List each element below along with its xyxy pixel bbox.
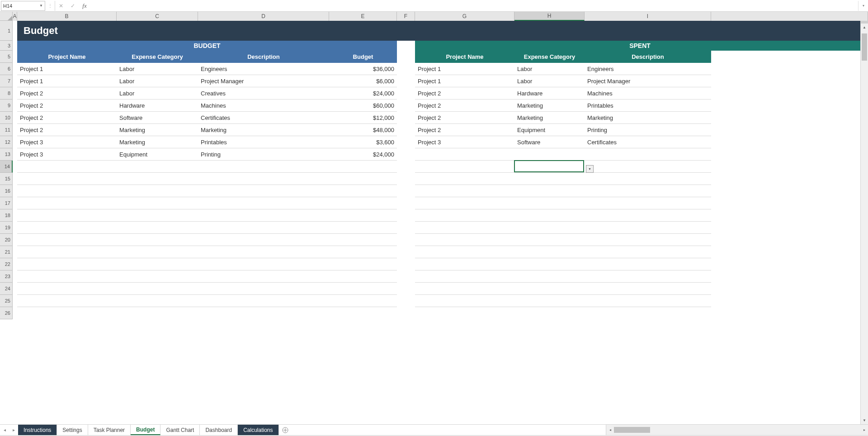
row-header-9[interactable]: 9	[0, 100, 13, 112]
spent-cell[interactable]	[585, 209, 711, 222]
budget-cell[interactable]	[198, 234, 329, 246]
budget-cell[interactable]: Marketing	[198, 124, 329, 136]
budget-cell[interactable]	[198, 209, 329, 222]
budget-cell[interactable]	[17, 234, 117, 246]
spent-cell[interactable]	[514, 209, 585, 222]
spent-th-0[interactable]: Project Name	[415, 51, 514, 63]
row-header-18[interactable]: 18	[0, 209, 13, 222]
row-header-20[interactable]: 20	[0, 234, 13, 246]
budget-cell[interactable]	[198, 258, 329, 270]
budget-cell[interactable]	[117, 173, 198, 185]
chevron-down-icon[interactable]: ▼	[39, 4, 43, 8]
budget-cell[interactable]: Labor	[117, 63, 198, 75]
spent-cell[interactable]: Certificates	[585, 136, 711, 148]
row-header-7[interactable]: 7	[0, 75, 13, 87]
spent-th-1[interactable]: Expense Category	[514, 51, 585, 63]
spent-cell[interactable]	[415, 270, 514, 283]
row-header-8[interactable]: 8	[0, 87, 13, 100]
budget-cell[interactable]: $24,000	[329, 87, 397, 100]
row-header-13[interactable]: 13	[0, 148, 13, 161]
cancel-icon[interactable]: ✕	[55, 1, 67, 11]
budget-cell[interactable]	[17, 270, 117, 283]
spent-cell[interactable]: Hardware	[514, 87, 585, 100]
spent-cell[interactable]	[415, 173, 514, 185]
vertical-scroll-thumb[interactable]	[862, 33, 867, 61]
spent-cell[interactable]: Project 3	[415, 136, 514, 148]
spent-cell[interactable]: Project 1	[415, 63, 514, 75]
spent-th-2[interactable]: Description	[585, 51, 711, 63]
budget-cell[interactable]	[117, 295, 198, 307]
scroll-right-icon[interactable]: ▸	[860, 426, 868, 434]
scroll-up-icon[interactable]: ▲	[861, 24, 868, 31]
budget-cell[interactable]	[329, 222, 397, 234]
budget-cell[interactable]	[198, 246, 329, 258]
row-header-24[interactable]: 24	[0, 283, 13, 295]
fx-icon[interactable]: fx	[79, 1, 90, 11]
budget-cell[interactable]	[17, 197, 117, 209]
budget-th-2[interactable]: Description	[198, 51, 329, 63]
budget-cell[interactable]: $6,000	[329, 75, 397, 87]
budget-cell[interactable]	[329, 185, 397, 197]
column-header-F[interactable]: F	[397, 12, 415, 21]
spent-cell[interactable]	[514, 234, 585, 246]
tab-prev-icon[interactable]: ◂	[0, 425, 9, 435]
spent-cell[interactable]	[514, 246, 585, 258]
cells-area[interactable]: BudgetBUDGETSPENTProject NameExpense Cat…	[13, 21, 868, 423]
budget-cell[interactable]	[17, 161, 117, 173]
spent-cell[interactable]	[514, 185, 585, 197]
budget-cell[interactable]: Creatives	[198, 87, 329, 100]
row-header-3[interactable]: 3	[0, 41, 13, 51]
budget-cell[interactable]	[198, 283, 329, 295]
spent-cell[interactable]	[514, 283, 585, 295]
row-header-11[interactable]: 11	[0, 124, 13, 136]
budget-cell[interactable]: Project 3	[17, 148, 117, 161]
spent-cell[interactable]	[514, 295, 585, 307]
budget-cell[interactable]: Project Manager	[198, 75, 329, 87]
budget-th-3[interactable]: Budget	[329, 51, 397, 63]
budget-cell[interactable]: Certificates	[198, 112, 329, 124]
vertical-scrollbar[interactable]: ▲ ▼	[860, 21, 868, 424]
budget-cell[interactable]: Engineers	[198, 63, 329, 75]
budget-cell[interactable]	[117, 246, 198, 258]
budget-cell[interactable]: Project 3	[17, 136, 117, 148]
budget-cell[interactable]	[329, 258, 397, 270]
spent-cell[interactable]	[514, 148, 585, 161]
budget-cell[interactable]	[117, 197, 198, 209]
formula-bar-splitter[interactable]: ⋮	[45, 1, 55, 11]
spent-cell[interactable]	[415, 148, 514, 161]
spent-cell[interactable]: Project 2	[415, 124, 514, 136]
spent-cell[interactable]: Software	[514, 136, 585, 148]
row-header-16[interactable]: 16	[0, 185, 13, 197]
spent-cell[interactable]	[514, 197, 585, 209]
row-header-12[interactable]: 12	[0, 136, 13, 148]
budget-cell[interactable]	[17, 209, 117, 222]
spent-cell[interactable]: Labor	[514, 75, 585, 87]
row-header-23[interactable]: 23	[0, 270, 13, 283]
budget-cell[interactable]	[198, 173, 329, 185]
spent-cell[interactable]	[415, 258, 514, 270]
budget-cell[interactable]	[117, 161, 198, 173]
budget-cell[interactable]	[329, 173, 397, 185]
budget-cell[interactable]: Hardware	[117, 100, 198, 112]
formula-input[interactable]	[90, 1, 858, 11]
row-header-15[interactable]: 15	[0, 173, 13, 185]
budget-cell[interactable]	[329, 283, 397, 295]
column-header-H[interactable]: H	[514, 12, 585, 21]
spent-cell[interactable]: Labor	[514, 63, 585, 75]
spent-cell[interactable]	[415, 161, 514, 173]
budget-cell[interactable]: Printing	[198, 148, 329, 161]
spent-cell[interactable]: Project 1	[415, 75, 514, 87]
budget-cell[interactable]: $24,000	[329, 148, 397, 161]
budget-cell[interactable]	[17, 258, 117, 270]
budget-cell[interactable]	[329, 209, 397, 222]
spent-cell[interactable]: Marketing	[514, 100, 585, 112]
budget-cell[interactable]	[17, 173, 117, 185]
budget-cell[interactable]: $48,000	[329, 124, 397, 136]
spent-cell[interactable]	[514, 258, 585, 270]
budget-cell[interactable]: Project 1	[17, 63, 117, 75]
budget-cell[interactable]	[198, 185, 329, 197]
budget-cell[interactable]	[117, 283, 198, 295]
spent-cell[interactable]	[585, 283, 711, 295]
spent-cell[interactable]	[415, 246, 514, 258]
horizontal-scrollbar[interactable]: ◂▸	[606, 425, 868, 435]
